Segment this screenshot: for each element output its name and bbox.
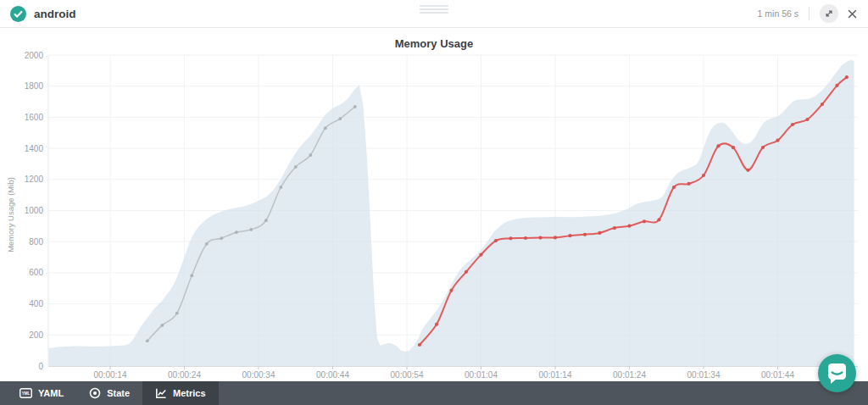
- svg-text:1200: 1200: [25, 175, 44, 184]
- svg-text:400: 400: [29, 299, 43, 308]
- task-success-check-circle-icon: [10, 6, 26, 22]
- svg-text:0: 0: [38, 362, 43, 371]
- chart-title: Memory Usage: [0, 37, 868, 50]
- svg-text:1600: 1600: [25, 113, 44, 122]
- svg-text:200: 200: [29, 330, 43, 340]
- chat-launcher-button[interactable]: [818, 354, 856, 392]
- yaml-badge-icon: YML: [19, 388, 32, 398]
- tab-label: State: [107, 388, 130, 398]
- close-button[interactable]: [847, 8, 858, 19]
- svg-text:00:00:14: 00:00:14: [94, 370, 127, 380]
- header-divider: [809, 7, 810, 20]
- line-chart-icon: [155, 387, 167, 399]
- task-duration: 1 min 56 s: [758, 8, 798, 19]
- svg-text:00:00:44: 00:00:44: [316, 370, 349, 380]
- task-window: android 1 min 56 s Memory Usage Memory U…: [0, 0, 868, 405]
- close-x-icon: [847, 8, 858, 19]
- memory-usage-chart-plot[interactable]: 020040060080010001200140016001800200000:…: [0, 0, 868, 381]
- y-axis-label: Memory Usage (Mib): [6, 156, 15, 275]
- svg-text:2000: 2000: [25, 51, 44, 60]
- tab-label: YAML: [38, 388, 64, 398]
- svg-text:00:01:44: 00:01:44: [761, 370, 794, 380]
- svg-text:800: 800: [29, 237, 43, 247]
- drag-handle-icon[interactable]: [416, 3, 452, 16]
- tab-state[interactable]: State: [76, 381, 142, 405]
- svg-text:00:01:24: 00:01:24: [613, 370, 646, 380]
- task-title: android: [34, 8, 76, 20]
- svg-text:YML: YML: [22, 391, 31, 396]
- svg-text:00:00:54: 00:00:54: [391, 370, 424, 380]
- target-icon: [89, 387, 101, 399]
- bottom-tab-bar: YML YAML State Metrics: [0, 381, 868, 405]
- svg-text:1000: 1000: [25, 206, 44, 215]
- tab-metrics[interactable]: Metrics: [142, 381, 219, 405]
- svg-text:00:01:14: 00:01:14: [539, 370, 572, 380]
- svg-text:00:01:04: 00:01:04: [465, 370, 498, 380]
- expand-diagonal-arrows-icon: [824, 8, 834, 19]
- svg-text:1400: 1400: [25, 144, 44, 153]
- tab-yaml[interactable]: YML YAML: [7, 381, 76, 405]
- expand-button[interactable]: [820, 4, 838, 23]
- tab-label: Metrics: [173, 388, 206, 398]
- chat-bubble-icon: [818, 354, 856, 392]
- svg-text:00:01:34: 00:01:34: [687, 370, 721, 380]
- svg-text:1800: 1800: [25, 81, 44, 91]
- svg-text:600: 600: [29, 268, 43, 277]
- svg-text:00:00:24: 00:00:24: [168, 370, 201, 380]
- svg-text:00:00:34: 00:00:34: [242, 370, 275, 380]
